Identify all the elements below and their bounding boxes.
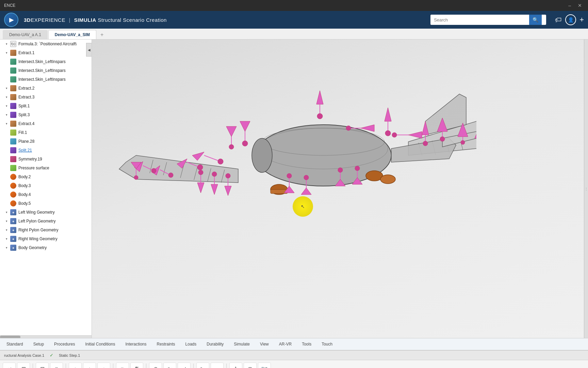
search-input[interactable] — [430, 15, 529, 25]
toolbar-btn-3[interactable]: ≡▾ — [50, 363, 63, 368]
tab-view[interactable]: View — [255, 340, 274, 349]
tree-item-extract2[interactable]: ▾Extract.2 — [0, 84, 92, 93]
expand-icon[interactable] — [4, 68, 9, 73]
toolbar-btn-6[interactable]: ↓ — [97, 363, 110, 368]
expand-icon[interactable] — [4, 59, 9, 64]
tree-item-plane28[interactable]: Plane.28 — [0, 137, 92, 146]
toolbar-btn-13[interactable]: » — [211, 363, 224, 368]
expand-icon[interactable] — [4, 192, 9, 197]
tree-item-extract3[interactable]: ▾Extract.3 — [0, 93, 92, 102]
tab-demo-uav-a1[interactable]: Demo-UAV_a A.1 — [3, 30, 48, 39]
logo-button[interactable]: ▶ — [4, 13, 18, 27]
sidebar-collapse-button[interactable]: ◀ — [86, 43, 92, 57]
toolbar-btn-7[interactable]: ✏ — [116, 363, 129, 368]
toolbar-btn-2[interactable]: ⊡ — [36, 363, 49, 368]
toolbar-btn-12[interactable]: ▷ — [196, 363, 209, 368]
toolbar-btn-9[interactable]: ⊙ — [149, 363, 162, 368]
toolbar-btn-11[interactable]: ⇄▾ — [178, 363, 191, 368]
expand-icon[interactable] — [4, 77, 9, 82]
toolbar-btn-0[interactable]: ↩▾ — [3, 363, 16, 368]
expand-icon[interactable] — [4, 139, 9, 144]
tab-standard[interactable]: Standard — [1, 340, 28, 349]
expand-icon[interactable]: ▾ — [4, 42, 9, 46]
tree-item-intersect2[interactable]: Intersect.Skin_LeftInspars — [0, 66, 92, 75]
tree-item-body4[interactable]: Body.4 — [0, 190, 92, 199]
expand-icon[interactable]: ▾ — [4, 121, 9, 126]
expand-icon[interactable]: ▾ — [4, 86, 9, 91]
expand-icon[interactable]: ▾ — [4, 236, 9, 241]
tree-item-body3[interactable]: Body.3 — [0, 181, 92, 190]
add-tab-button[interactable]: + — [97, 30, 107, 39]
tree-item-pressure[interactable]: Pressure surface — [0, 164, 92, 172]
tree-item-intersect3[interactable]: Intersect.Skin_LeftInspars — [0, 75, 92, 84]
toolbar-btn-8[interactable]: ⇅▾ — [130, 363, 143, 368]
expand-icon[interactable] — [4, 157, 9, 162]
minimize-button[interactable]: – — [566, 3, 573, 8]
tab-durability[interactable]: Durability — [201, 340, 229, 349]
expand-icon[interactable] — [4, 166, 9, 170]
toolbar-btn-right-2[interactable]: 📷 — [258, 363, 271, 368]
tree-item-split1[interactable]: ▾Split.1 — [0, 102, 92, 110]
expand-icon[interactable]: ▾ — [4, 228, 9, 232]
expand-icon[interactable]: ▾ — [4, 104, 9, 108]
toolbar-btn-1[interactable]: ⊞▾ — [17, 363, 30, 368]
toolbar-btn-5[interactable]: ↕▾ — [83, 363, 96, 368]
expand-icon[interactable]: ▾ — [4, 112, 9, 117]
tree-item-right-wing[interactable]: ▾◈Right Wing Geometry — [0, 234, 92, 243]
bottom-tabs-bar: StandardSetupProceduresInitial Condition… — [0, 338, 588, 350]
close-button[interactable]: ✕ — [576, 3, 584, 8]
add-icon[interactable]: + — [579, 15, 584, 24]
tree-item-extract4[interactable]: ▾Extract.4 — [0, 119, 92, 128]
expand-icon[interactable]: ▾ — [4, 219, 9, 224]
sidebar-scrollbar[interactable] — [0, 335, 92, 338]
search-button[interactable]: 🔍 — [529, 15, 542, 25]
tab-setup[interactable]: Setup — [28, 340, 49, 349]
expand-icon[interactable] — [4, 130, 9, 135]
viewport[interactable]: ↖ ⋮ — [92, 40, 588, 338]
toolbar-btn-right-1[interactable]: ⧉ — [244, 363, 257, 368]
tab-simulate[interactable]: Simulate — [229, 340, 255, 349]
tree-item-right-pylon[interactable]: ▾◈Right Pylon Geometry — [0, 226, 92, 234]
expand-icon[interactable] — [4, 148, 9, 153]
tree-item-split21[interactable]: Split.21 — [0, 146, 92, 155]
tree-item-split3[interactable]: ▾Split.3 — [0, 110, 92, 119]
tab-touch[interactable]: Touch — [316, 340, 338, 349]
svg-point-64 — [229, 144, 234, 149]
tag-icon[interactable]: 🏷 — [555, 16, 562, 24]
toolbar-btn-right-0[interactable]: 🌡 — [229, 363, 242, 368]
svg-point-25 — [317, 113, 323, 119]
tree-item-left-wing[interactable]: ▾◈Left Wing Geometry — [0, 208, 92, 217]
tree-item-intersect1[interactable]: Intersect.Skin_LeftInspars — [0, 57, 92, 66]
item-label: Left Pylon Geometry — [18, 219, 55, 224]
tree-item-extract1[interactable]: ▾Extract.1 — [0, 48, 92, 57]
toolbar-btn-4[interactable]: ↑ — [69, 363, 82, 368]
tab-loads[interactable]: Loads — [180, 340, 202, 349]
tab-demo-uav-sim[interactable]: Demo-UAV_a_SIM — [48, 30, 96, 39]
tab-ar-vr[interactable]: AR-VR — [274, 340, 297, 349]
item-type-icon — [10, 147, 17, 154]
item-type-icon — [10, 111, 17, 118]
expand-icon[interactable]: ▾ — [4, 245, 9, 250]
expand-icon[interactable]: ▾ — [4, 210, 9, 215]
tab-procedures[interactable]: Procedures — [49, 340, 80, 349]
user-avatar[interactable]: 👤 — [565, 14, 576, 25]
viewport-right-handle[interactable]: ⋮ — [584, 40, 588, 338]
tab-initial-conditions[interactable]: Initial Conditions — [80, 340, 120, 349]
tree-item-fill1[interactable]: Fill.1 — [0, 128, 92, 137]
item-label: Right Wing Geometry — [18, 236, 58, 241]
tree-item-left-pylon[interactable]: ▾◈Left Pylon Geometry — [0, 217, 92, 226]
expand-icon[interactable]: ▾ — [4, 95, 9, 99]
tree-item-body5[interactable]: Body.5 — [0, 199, 92, 208]
expand-icon[interactable] — [4, 183, 9, 188]
tree-item-symmetry19[interactable]: Symmetry.19 — [0, 155, 92, 164]
expand-icon[interactable] — [4, 201, 9, 206]
tab-restraints[interactable]: Restraints — [152, 340, 180, 349]
expand-icon[interactable]: ▾ — [4, 50, 9, 55]
tree-item-formula1[interactable]: ▾f(x)Formula.3: `Positionned Aircraft\ — [0, 40, 92, 48]
tree-item-body2[interactable]: Body.2 — [0, 172, 92, 181]
expand-icon[interactable] — [4, 174, 9, 179]
tab-tools[interactable]: Tools — [297, 340, 316, 349]
toolbar-btn-10[interactable]: 〜▾ — [163, 363, 176, 368]
tree-item-body-geometry[interactable]: ▾◈Body Geometry — [0, 243, 92, 252]
tab-interactions[interactable]: Interactions — [120, 340, 152, 349]
